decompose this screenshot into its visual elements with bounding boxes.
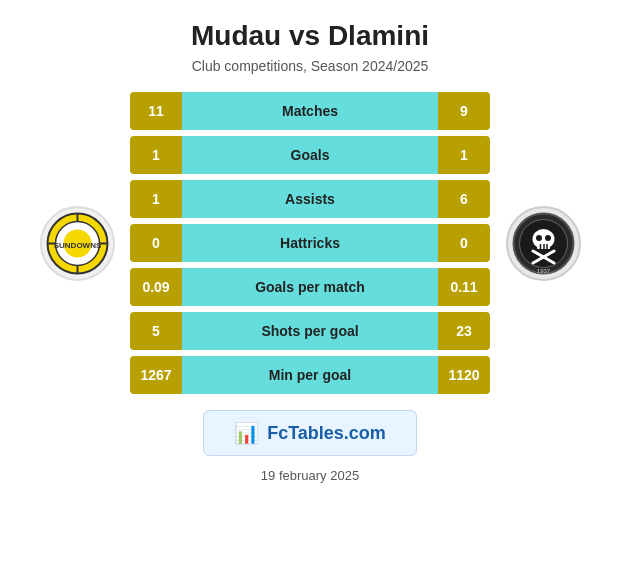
stat-row: 1Goals1 (130, 136, 490, 174)
stat-label: Matches (182, 92, 438, 130)
svg-point-12 (545, 235, 551, 241)
stat-label: Min per goal (182, 356, 438, 394)
stat-label: Shots per goal (182, 312, 438, 350)
stat-row: 11Matches9 (130, 92, 490, 130)
svg-point-11 (536, 235, 542, 241)
stat-right-value: 0.11 (438, 268, 490, 306)
stats-section: SUNDOWNS 11Matches91Goals11Assists60Hatt… (10, 92, 610, 394)
stat-row: 1267Min per goal1120 (130, 356, 490, 394)
sundowns-logo-svg: SUNDOWNS (45, 211, 110, 276)
page-subtitle: Club competitions, Season 2024/2025 (192, 58, 429, 74)
stat-right-value: 23 (438, 312, 490, 350)
fctables-icon: 📊 (234, 421, 259, 445)
stat-label: Goals (182, 136, 438, 174)
page-title: Mudau vs Dlamini (191, 20, 429, 52)
left-team-logo: SUNDOWNS (32, 206, 122, 281)
svg-text:SUNDOWNS: SUNDOWNS (53, 241, 101, 250)
stat-left-value: 1 (130, 136, 182, 174)
stat-row: 5Shots per goal23 (130, 312, 490, 350)
fctables-branding: 📊 FcTables.com (203, 410, 417, 456)
stat-left-value: 1267 (130, 356, 182, 394)
fctables-label: FcTables.com (267, 423, 386, 444)
stat-label: Goals per match (182, 268, 438, 306)
stat-left-value: 1 (130, 180, 182, 218)
stat-right-value: 1 (438, 136, 490, 174)
stat-left-value: 0 (130, 224, 182, 262)
svg-text:1937: 1937 (536, 268, 550, 274)
stat-label: Hattricks (182, 224, 438, 262)
stat-rows-container: 11Matches91Goals11Assists60Hattricks00.0… (130, 92, 490, 394)
stat-left-value: 0.09 (130, 268, 182, 306)
footer-date: 19 february 2025 (261, 468, 359, 483)
right-team-logo: 1937 (498, 206, 588, 281)
stat-row: 0.09Goals per match0.11 (130, 268, 490, 306)
page-container: Mudau vs Dlamini Club competitions, Seas… (0, 0, 620, 580)
stat-row: 0Hattricks0 (130, 224, 490, 262)
stat-left-value: 5 (130, 312, 182, 350)
stat-row: 1Assists6 (130, 180, 490, 218)
stat-left-value: 11 (130, 92, 182, 130)
stat-right-value: 0 (438, 224, 490, 262)
stat-label: Assists (182, 180, 438, 218)
pirates-logo-svg: 1937 (511, 211, 576, 276)
stat-right-value: 1120 (438, 356, 490, 394)
stat-right-value: 6 (438, 180, 490, 218)
stat-right-value: 9 (438, 92, 490, 130)
